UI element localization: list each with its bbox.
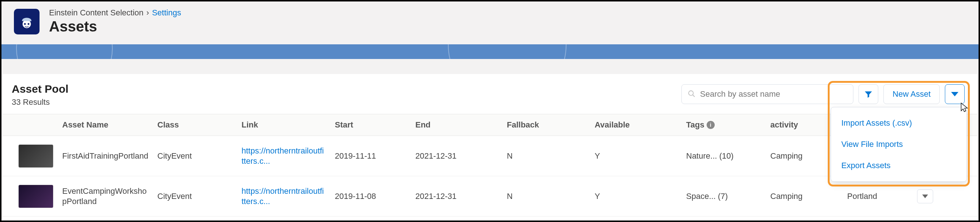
- asset-start: 2019-11-08: [335, 192, 376, 201]
- asset-name: EventCampingWorkshopPortland: [62, 186, 149, 206]
- menu-import-assets[interactable]: Import Assets (.csv): [831, 112, 966, 134]
- asset-tags: Space... (7): [686, 192, 728, 201]
- col-start[interactable]: Start: [331, 120, 411, 130]
- asset-class: CityEvent: [158, 192, 192, 201]
- decorative-ribbon: [2, 44, 978, 59]
- asset-activity: Camping: [770, 151, 802, 161]
- col-class[interactable]: Class: [153, 120, 237, 130]
- asset-start: 2019-11-11: [335, 151, 376, 161]
- breadcrumb-separator: ›: [146, 8, 149, 18]
- asset-available: Y: [595, 151, 600, 161]
- page-title: Assets: [49, 18, 181, 35]
- new-asset-dropdown-toggle[interactable]: [945, 84, 965, 104]
- col-end[interactable]: End: [411, 120, 503, 130]
- einstein-app-icon: [14, 9, 40, 34]
- asset-available: Y: [595, 192, 600, 201]
- asset-location: Portland: [847, 192, 877, 201]
- table-row[interactable]: EventCampingWorkshopPortland CityEvent h…: [3, 176, 977, 217]
- col-tags[interactable]: Tags i: [682, 120, 766, 130]
- asset-thumbnail: [18, 185, 53, 208]
- col-fallback[interactable]: Fallback: [503, 120, 590, 130]
- asset-thumbnail: [18, 144, 53, 168]
- asset-tags: Nature... (10): [686, 151, 734, 161]
- new-asset-label: New Asset: [892, 89, 931, 99]
- row-actions-button[interactable]: [917, 189, 933, 203]
- col-link[interactable]: Link: [237, 120, 331, 130]
- new-asset-dropdown-menu: Import Assets (.csv) View File Imports E…: [831, 107, 967, 182]
- svg-point-1: [24, 23, 26, 25]
- asset-name: FirstAidTrainingPortland: [62, 151, 148, 161]
- col-available[interactable]: Available: [590, 120, 682, 130]
- breadcrumb-root: Einstein Content Selection: [49, 8, 143, 18]
- asset-fallback: N: [507, 192, 513, 201]
- info-icon[interactable]: i: [706, 121, 715, 129]
- asset-pool-title: Asset Pool: [12, 83, 681, 95]
- svg-point-3: [689, 91, 694, 95]
- caret-down-icon: [951, 92, 958, 96]
- search-input-wrap[interactable]: [681, 84, 853, 104]
- new-asset-button[interactable]: New Asset: [883, 84, 940, 104]
- breadcrumb: Einstein Content Selection › Settings: [49, 8, 181, 18]
- col-asset-name[interactable]: Asset Name: [58, 120, 153, 130]
- results-count: 33 Results: [12, 97, 681, 107]
- menu-export-assets[interactable]: Export Assets: [831, 155, 966, 176]
- search-icon: [687, 90, 696, 99]
- menu-view-file-imports[interactable]: View File Imports: [831, 134, 966, 155]
- asset-fallback: N: [507, 151, 513, 161]
- svg-point-2: [27, 23, 29, 25]
- asset-link[interactable]: https://northerntrailoutfitters.c...: [242, 146, 326, 166]
- svg-line-4: [693, 94, 695, 97]
- filter-button[interactable]: [859, 84, 878, 104]
- asset-class: CityEvent: [158, 151, 192, 161]
- app-header: Einstein Content Selection › Settings As…: [2, 2, 978, 44]
- asset-end: 2021-12-31: [415, 192, 457, 201]
- asset-end: 2021-12-31: [415, 151, 457, 161]
- caret-down-icon: [922, 195, 928, 198]
- breadcrumb-settings-link[interactable]: Settings: [152, 8, 181, 18]
- asset-activity: Camping: [770, 192, 802, 201]
- search-input[interactable]: [700, 89, 847, 99]
- asset-link[interactable]: https://northerntrailoutfitters.c...: [242, 186, 326, 206]
